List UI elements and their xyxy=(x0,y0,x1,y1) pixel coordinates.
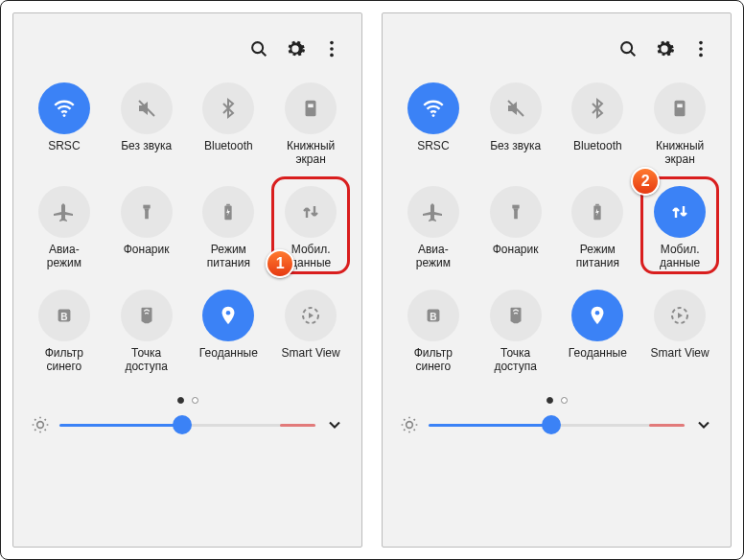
svg-rect-5 xyxy=(306,101,316,117)
battery-icon xyxy=(571,186,623,238)
tile-bluetooth[interactable]: Bluetooth xyxy=(188,75,270,173)
mute-icon xyxy=(121,82,173,134)
svg-point-4 xyxy=(62,114,65,117)
tile-mute[interactable]: Без звука xyxy=(475,75,557,173)
tiles-grid: SRSCБез звукаBluetoothКнижный экранАвиа-… xyxy=(23,75,352,380)
svg-point-15 xyxy=(621,42,632,53)
page-dot[interactable] xyxy=(177,397,184,404)
smartview-icon xyxy=(285,290,337,341)
svg-rect-21 xyxy=(677,104,683,107)
tile-label: Без звука xyxy=(121,140,172,167)
svg-point-0 xyxy=(252,42,263,53)
tile-label: Авиа- режим xyxy=(416,244,451,270)
toolbar xyxy=(23,29,352,67)
tile-label: Режим питания xyxy=(576,244,619,270)
brightness-icon xyxy=(31,415,50,434)
tile-label: Точка доступа xyxy=(494,347,536,374)
search-icon[interactable] xyxy=(617,38,639,59)
tile-label: Smart View xyxy=(651,347,709,374)
svg-point-2 xyxy=(330,47,334,51)
more-icon[interactable] xyxy=(690,38,711,59)
tile-wifi[interactable]: SRSC xyxy=(392,75,475,173)
tile-label: Bluetooth xyxy=(573,140,622,167)
quick-settings-panel: SRSCБез звукаBluetoothКнижный экранАвиа-… xyxy=(382,12,732,548)
svg-point-14 xyxy=(37,422,44,429)
tile-bluefilter[interactable]: BФильтр синего xyxy=(23,282,105,380)
bluetooth-icon xyxy=(202,82,254,134)
settings-icon[interactable] xyxy=(654,38,675,59)
tile-data[interactable]: Мобил. данные2 xyxy=(639,178,721,276)
search-icon[interactable] xyxy=(248,38,269,59)
brightness-icon xyxy=(400,415,419,434)
tile-label: Мобил. данные xyxy=(660,244,700,270)
tile-wifi[interactable]: SRSC xyxy=(23,75,105,173)
tile-label: Bluetooth xyxy=(204,140,253,167)
page-dot[interactable] xyxy=(546,397,553,404)
svg-point-12 xyxy=(226,311,231,315)
page-dot[interactable] xyxy=(561,397,568,404)
tile-book[interactable]: Книжный экран xyxy=(269,75,352,173)
flashlight-icon xyxy=(490,186,542,238)
tile-smartview[interactable]: Smart View xyxy=(639,282,721,380)
book-icon xyxy=(654,82,706,134)
svg-point-29 xyxy=(407,422,413,429)
tile-hotspot[interactable]: Точка доступа xyxy=(105,282,188,380)
tile-flashlight[interactable]: Фонарик xyxy=(475,178,557,276)
smartview-icon xyxy=(654,290,706,341)
tile-battery[interactable]: Режим питания xyxy=(188,178,270,276)
page-dot[interactable] xyxy=(192,397,198,404)
tile-bluefilter[interactable]: BФильтр синего xyxy=(392,282,475,380)
battery-icon xyxy=(202,186,254,238)
page-indicator xyxy=(23,397,352,404)
svg-point-17 xyxy=(699,47,703,51)
tile-battery[interactable]: Режим питания xyxy=(557,178,639,276)
brightness-slider[interactable] xyxy=(59,424,315,427)
tile-label: Книжный экран xyxy=(287,140,335,167)
brightness-slider[interactable] xyxy=(429,424,685,427)
settings-icon[interactable] xyxy=(285,38,306,59)
svg-rect-22 xyxy=(512,205,519,209)
svg-point-1 xyxy=(330,41,334,45)
step-badge: 1 xyxy=(266,249,294,278)
tile-data[interactable]: Мобил. данные1 xyxy=(269,178,352,276)
chevron-down-icon[interactable] xyxy=(325,415,344,434)
bluefilter-icon: B xyxy=(407,290,459,341)
tile-label: Фонарик xyxy=(493,244,539,270)
tile-airplane[interactable]: Авиа- режим xyxy=(23,178,105,276)
tile-bluetooth[interactable]: Bluetooth xyxy=(557,75,639,173)
tile-location[interactable]: Геоданные xyxy=(188,282,270,380)
tile-label: Режим питания xyxy=(207,244,250,270)
tile-label: SRSC xyxy=(417,140,449,167)
tile-label: SRSC xyxy=(48,140,80,167)
location-icon xyxy=(202,290,254,341)
tile-hotspot[interactable]: Точка доступа xyxy=(475,282,557,380)
tile-flashlight[interactable]: Фонарик xyxy=(105,178,188,276)
svg-point-19 xyxy=(431,114,434,117)
tile-label: Геоданные xyxy=(569,347,627,374)
data-icon xyxy=(285,186,337,238)
tile-label: Smart View xyxy=(282,347,340,374)
tile-label: Книжный экран xyxy=(656,140,704,167)
bluetooth-icon xyxy=(571,82,623,134)
tile-smartview[interactable]: Smart View xyxy=(269,282,352,380)
chevron-down-icon[interactable] xyxy=(694,415,713,434)
tiles-grid: SRSCБез звукаBluetoothКнижный экранАвиа-… xyxy=(392,75,721,380)
tile-label: Геоданные xyxy=(199,347,258,374)
flashlight-icon xyxy=(121,186,173,238)
brightness-row xyxy=(23,409,352,438)
tile-airplane[interactable]: Авиа- режим xyxy=(392,178,475,276)
location-icon xyxy=(571,290,623,341)
tile-label: Точка доступа xyxy=(125,347,167,374)
svg-text:B: B xyxy=(430,312,436,322)
svg-text:B: B xyxy=(60,312,67,322)
tile-location[interactable]: Геоданные xyxy=(557,282,639,380)
wifi-icon xyxy=(38,82,90,134)
svg-rect-6 xyxy=(308,104,314,107)
svg-point-16 xyxy=(699,41,703,45)
tile-mute[interactable]: Без звука xyxy=(105,75,188,173)
svg-point-3 xyxy=(330,54,334,58)
bluefilter-icon: B xyxy=(38,290,90,341)
airplane-icon xyxy=(38,186,90,238)
more-icon[interactable] xyxy=(321,38,342,59)
tile-book[interactable]: Книжный экран xyxy=(639,75,721,173)
